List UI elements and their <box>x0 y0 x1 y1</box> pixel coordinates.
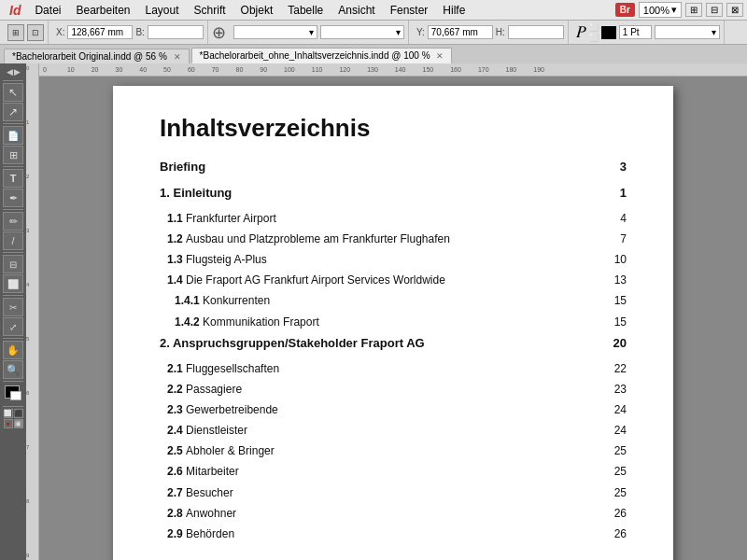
toc-title-5: 1.4 Die Fraport AG Frankfurt Airport Ser… <box>160 272 445 289</box>
document-tabs: *Bachelorarbeit Original.indd @ 56 % ✕ *… <box>0 45 747 63</box>
tool-divider-9 <box>3 406 23 407</box>
b-input[interactable] <box>148 25 204 39</box>
tool-divider-4 <box>3 209 23 210</box>
stroke-group: 𝑃 ⬜ ⬜ ▾ <box>572 21 725 44</box>
ruler-top-150: 150 <box>423 66 434 73</box>
collapse-right-icon[interactable]: ▶ <box>14 67 21 77</box>
zoom-control[interactable]: 100% ▾ <box>639 2 682 18</box>
tool-divider-8 <box>3 381 23 382</box>
toc-entry-12: 2.4 Dienstleister24 <box>160 422 627 440</box>
shape-tool[interactable]: ⬜ <box>3 274 23 293</box>
page-tool[interactable]: 📄 <box>3 126 23 145</box>
gap-tool[interactable]: ⊞ <box>3 146 23 164</box>
pt-input[interactable] <box>619 25 652 39</box>
background-color[interactable] <box>10 391 21 400</box>
toc-title-3: 1.2 Ausbau und Platzprobleme am Frankfur… <box>160 231 450 248</box>
ruler-top-180: 180 <box>506 66 517 73</box>
view-toggle-2[interactable]: ⊟ <box>706 3 723 17</box>
style-dropdown[interactable]: ▾ <box>233 25 317 39</box>
tab-ohne-close[interactable]: ✕ <box>436 51 444 61</box>
tab-original[interactable]: *Bachelorarbeit Original.indd @ 56 % ✕ <box>4 49 190 63</box>
toc-title-8: 2. Anspruchsgruppen/Stakeholder Fraport … <box>160 334 425 354</box>
ruler-top-60: 60 <box>188 66 195 73</box>
tool-divider-2 <box>3 123 23 124</box>
x-input[interactable] <box>67 25 133 39</box>
x-label: X: <box>56 27 64 37</box>
toc-entry-14: 2.6 Mitarbeiter25 <box>160 463 627 481</box>
ruler-top-160: 160 <box>450 66 461 73</box>
view-toggle-1[interactable]: ⊞ <box>685 3 702 17</box>
select-tool[interactable]: ↖ <box>3 83 23 102</box>
free-transform-tool[interactable]: ⤢ <box>3 317 23 336</box>
view-toggle-3[interactable]: ⊠ <box>726 3 743 17</box>
main-area: ◀ ▶ ↖ ↗ 📄 ⊞ T ✒ ✏ / ⊟ ⬜ ✂ ⤢ ✋ 🔍 <box>0 63 747 560</box>
fill-color-swatch[interactable] <box>601 26 616 39</box>
menu-ansicht[interactable]: Ansicht <box>331 2 381 19</box>
ruler-left-mark-80: 8 <box>26 498 38 504</box>
toc-entry-13: 2.5 Abholer & Bringer25 <box>160 442 627 460</box>
direct-select-tool[interactable]: ↗ <box>3 103 23 121</box>
menu-schrift[interactable]: Schrift <box>188 2 233 19</box>
red-mode-icon[interactable]: ● <box>4 419 13 428</box>
menu-datei[interactable]: Datei <box>28 2 67 19</box>
hand-tool[interactable]: ✋ <box>3 341 23 359</box>
toc-entry-0: Briefing3 <box>160 158 627 177</box>
menu-layout[interactable]: Layout <box>139 2 186 19</box>
h-input[interactable] <box>508 25 564 39</box>
ruler-top-0: 0 <box>43 66 47 73</box>
tool-divider-6 <box>3 295 23 296</box>
y-input[interactable] <box>428 25 493 39</box>
ruler-left-mark-0: 0 <box>26 65 38 71</box>
ruler-top-80: 80 <box>235 66 243 73</box>
ruler-top-50: 50 <box>163 66 171 73</box>
preview-mode-icon[interactable]: ⬛ <box>14 409 23 418</box>
frame-tool[interactable]: ⊟ <box>3 255 23 273</box>
font-dropdown[interactable]: ▾ <box>320 25 404 39</box>
doc-title: Inhaltsverzeichnis <box>160 114 627 143</box>
toc-title-14: 2.6 Mitarbeiter <box>160 463 239 481</box>
stroke-dropdown[interactable]: ▾ <box>655 25 720 39</box>
normal-mode-icon[interactable]: ⬜ <box>4 409 13 418</box>
scissors-tool[interactable]: ✂ <box>3 298 23 316</box>
menu-right: Br 100% ▾ ⊞ ⊟ ⊠ <box>615 2 743 18</box>
toc-title-2: 1.1 Frankfurter Airport <box>160 210 276 228</box>
menu-objekt[interactable]: Objekt <box>234 2 280 19</box>
ruler-left-mark-20: 2 <box>26 174 38 179</box>
document-page: Inhaltsverzeichnis Briefing31. Einleitun… <box>113 86 673 560</box>
line-tool[interactable]: / <box>3 231 23 250</box>
toc-title-17: 2.9 Behörden <box>160 525 234 543</box>
pencil-tool[interactable]: ✏ <box>3 212 23 231</box>
tab-ohne[interactable]: *Bachelorarbeit_ohne_Inhaltsverzeichnis.… <box>191 48 453 63</box>
pen-tool[interactable]: ✒ <box>3 189 23 207</box>
zoom-tool[interactable]: 🔍 <box>3 360 23 379</box>
toc-entry-1: 1. Einleitung1 <box>160 184 627 203</box>
selection-tool-icon[interactable]: ⊞ <box>7 24 24 41</box>
toc-entry-3: 1.2 Ausbau und Platzprobleme am Frankfur… <box>160 231 627 248</box>
type-tool[interactable]: T <box>3 169 23 188</box>
tab-original-close[interactable]: ✕ <box>174 52 181 62</box>
menu-tabelle[interactable]: Tabelle <box>281 2 330 19</box>
direct-select-tool-icon[interactable]: ⊡ <box>27 24 44 41</box>
menu-fenster[interactable]: Fenster <box>384 2 435 19</box>
bridge-button[interactable]: Br <box>615 3 635 17</box>
menu-hilfe[interactable]: Hilfe <box>436 2 472 19</box>
tab-ohne-label: *Bachelorarbeit_ohne_Inhaltsverzeichnis.… <box>200 50 430 61</box>
ruler-left-mark-30: 3 <box>26 228 38 233</box>
tool-divider-7 <box>3 338 23 339</box>
toc-entry-9: 2.1 Fluggesellschaften22 <box>160 360 627 378</box>
document-area[interactable]: 0 10 20 30 40 50 60 70 80 90 100 110 120… <box>39 63 747 560</box>
toc-page-6: 15 <box>599 292 627 310</box>
toc-entry-17: 2.9 Behörden26 <box>160 525 627 543</box>
toc-title-1: 1. Einleitung <box>160 184 232 203</box>
gray-mode-icon[interactable]: ▣ <box>14 419 23 428</box>
collapse-left-icon[interactable]: ◀ <box>7 67 13 77</box>
menu-bearbeiten[interactable]: Bearbeiten <box>69 2 136 19</box>
p-icon: 𝑃 <box>576 22 586 42</box>
xy-coords-group: X: B: <box>52 21 208 44</box>
ruler-top-20: 20 <box>92 66 99 73</box>
tool-divider-5 <box>3 252 23 253</box>
toc-page-11: 24 <box>599 401 627 419</box>
toc-entry-11: 2.3 Gewerbetreibende24 <box>160 401 627 419</box>
toc-page-15: 25 <box>599 484 627 502</box>
ruler-top-170: 170 <box>478 66 489 73</box>
